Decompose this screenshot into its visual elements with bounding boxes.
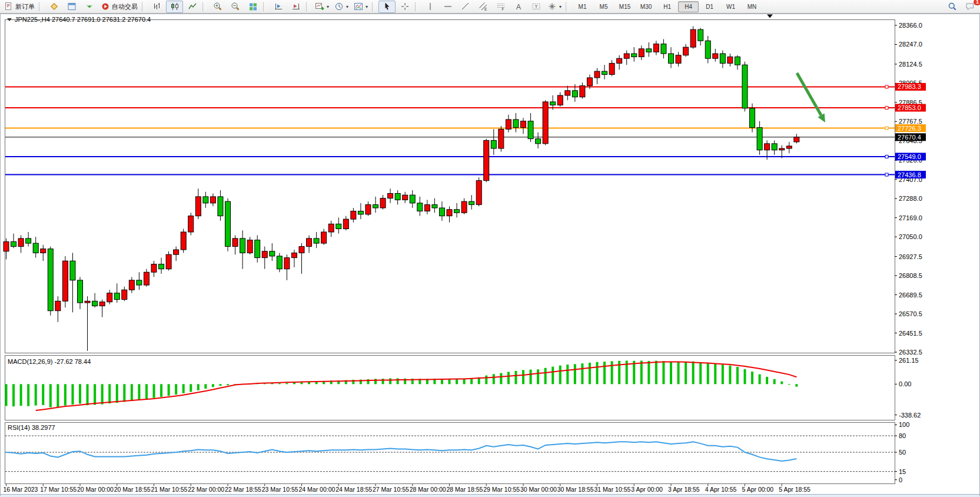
price-tick-label: 28366.0 [899, 22, 922, 29]
tile-windows-button[interactable] [244, 1, 261, 13]
tile-windows-icon [248, 2, 258, 11]
search-icon [948, 2, 957, 11]
text-button[interactable]: A [510, 1, 527, 13]
macd-histogram-bar [530, 370, 532, 385]
symbol-dropdown-icon [7, 18, 12, 21]
timeframe-m5-button[interactable]: M5 [593, 1, 614, 12]
macd-histogram-bar [493, 374, 495, 384]
candle [137, 280, 142, 285]
candlestick-button[interactable] [166, 1, 183, 13]
macd-histogram-bar [94, 384, 96, 405]
button-label: M1 [579, 4, 587, 10]
line-chart-button[interactable] [184, 1, 201, 13]
trendline-button[interactable] [457, 1, 474, 13]
candle [609, 63, 614, 74]
time-tick-label: 3 Apr 18:55 [668, 486, 700, 493]
timeframe-h1-button[interactable]: H1 [657, 1, 677, 12]
bar-chart-button[interactable] [148, 1, 165, 13]
dropdown-arrow-icon: ▾ [559, 4, 562, 9]
macd-histogram-bar [633, 361, 635, 385]
cursor-button[interactable] [378, 1, 396, 13]
macd-histogram-bar [131, 384, 133, 401]
macd-histogram-bar [559, 366, 562, 385]
auto-scroll-button[interactable] [287, 1, 304, 13]
candle [210, 197, 215, 203]
candle [321, 232, 327, 243]
button-label: W1 [726, 4, 735, 10]
macd-histogram-bar [685, 362, 687, 384]
candle [159, 264, 164, 269]
candle [11, 241, 16, 246]
dropdown-arrow-icon: ▾ [366, 4, 368, 9]
crosshair-button[interactable] [396, 1, 413, 13]
candle [270, 251, 275, 256]
candle [750, 108, 755, 128]
zoom-in-button[interactable] [209, 1, 226, 13]
panel-frames [5, 20, 895, 484]
zoom-out-button[interactable] [227, 1, 244, 13]
horizontal-line-button[interactable] [439, 1, 456, 13]
fibonacci-button[interactable]: F [492, 1, 509, 13]
candle [536, 139, 541, 144]
time-tick-label: 27 Mar 10:55 [373, 486, 409, 493]
gold-button[interactable] [45, 1, 62, 13]
search-button[interactable] [944, 1, 961, 13]
timeframe-h4-button[interactable]: H4 [678, 1, 699, 12]
macd-histogram-bar [647, 361, 650, 384]
macd-histogram-bar [175, 384, 177, 395]
macd-histogram-bar [35, 384, 37, 405]
timeframe-w1-button[interactable]: W1 [720, 1, 741, 12]
candle [181, 232, 186, 250]
chart-shift-button[interactable] [270, 1, 287, 13]
market-window-button[interactable] [63, 1, 80, 13]
button-label: D1 [706, 4, 713, 10]
candle [336, 224, 341, 228]
timeframe-mn-button[interactable]: MN [742, 1, 762, 12]
candle [284, 258, 290, 269]
timeframe-d1-button[interactable]: D1 [699, 1, 720, 12]
candle [410, 195, 415, 203]
candle [114, 293, 119, 300]
candle [461, 201, 467, 213]
timeframe-m1-button[interactable]: M1 [572, 1, 593, 12]
price-line-label: 27726.3 [898, 125, 921, 132]
candle [26, 238, 31, 243]
macd-histogram-bar [382, 379, 384, 384]
label-button[interactable]: T [527, 1, 544, 13]
shapes-button[interactable]: ▾ [545, 1, 564, 13]
chat-button[interactable]: 1 [961, 1, 978, 13]
macd-histogram-bar [537, 369, 539, 384]
new-chart-button[interactable]: ▾ [313, 1, 331, 13]
macd-tick-label: 261.15 [899, 357, 919, 364]
button-label: H1 [663, 4, 671, 10]
button-label: M5 [600, 4, 608, 10]
chart-title[interactable]: JPN225-,H4 27640.7 27691.0 27631.2 27670… [7, 16, 151, 23]
time-tick-label: 28 Mar 00:00 [410, 486, 446, 493]
timeframe-m30-button[interactable]: M30 [636, 1, 656, 12]
channel-button[interactable]: E [474, 1, 491, 13]
auto-trading-button[interactable]: 自动交易 [98, 1, 140, 13]
periods-button[interactable]: ▾ [332, 1, 351, 13]
signals-button[interactable] [81, 1, 98, 13]
label-icon: T [531, 2, 541, 11]
templates-button[interactable]: ▾ [351, 1, 370, 13]
timeframe-m15-button[interactable]: M15 [614, 1, 635, 12]
vertical-line-button[interactable] [421, 1, 438, 13]
signal-icon [85, 2, 94, 11]
macd-histogram-bar [522, 370, 524, 384]
macd-histogram-bar [71, 384, 74, 405]
macd-histogram-bar [87, 384, 89, 405]
macd-histogram-bar [285, 383, 288, 384]
trendline-icon [461, 2, 470, 11]
chart-canvas[interactable]: 28366.028247.028124.528005.527886.527767… [0, 0, 980, 497]
new-order-button[interactable]: 新订单 [2, 1, 37, 13]
main-toolbar: 新订单自动交易▾▾▾EFAT▾M1M5M15M30H1H4D1W1MN1 [0, 0, 980, 14]
macd-histogram-bar [197, 384, 200, 390]
candle [417, 203, 423, 211]
candle [646, 49, 652, 52]
macd-histogram-bar [596, 362, 599, 385]
macd-histogram-bar [729, 366, 731, 385]
candle [18, 238, 24, 247]
time-tick-label: 24 Mar 00:00 [299, 486, 335, 493]
candle [255, 240, 260, 258]
